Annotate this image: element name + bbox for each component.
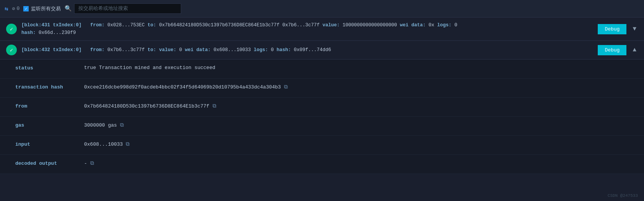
tx1-from-value: 0x028...753EC — [107, 23, 148, 28]
tx1-wei: wei — [400, 23, 409, 28]
decoded-output-label: decoded output — [15, 160, 76, 166]
detail-row-status: status true Transaction mined and execut… — [0, 59, 644, 79]
tx1-value: 1000000000000000000 — [342, 23, 400, 28]
tx2-from-label: from: — [90, 47, 105, 53]
toolbar-badge: ⊘ 0 — [12, 6, 20, 12]
expand-icon-1[interactable]: ▼ — [631, 26, 638, 32]
detail-row-input: input 0x608...10033 ⧉ — [0, 136, 644, 155]
tx-row-1: ✓ [block:431 txIndex:0] from: 0x028...75… — [0, 18, 644, 41]
debug-button-2[interactable]: Debug — [598, 45, 626, 55]
expand-icon-2[interactable]: ▲ — [631, 47, 638, 53]
copy-gas-icon[interactable]: ⧉ — [120, 122, 124, 128]
status-value: true Transaction mined and execution suc… — [84, 65, 636, 71]
gas-label: gas — [15, 122, 76, 128]
detail-section: status true Transaction mined and execut… — [0, 59, 644, 174]
input-detail-value: 0x608...10033 ⧉ — [84, 141, 636, 147]
tx1-data-value: 0x — [428, 23, 434, 28]
tx1-logs-value: 0 — [454, 23, 457, 28]
tx-row-2: ✓ [block:432 txIndex:0] from: 0x7b6...3c… — [0, 41, 644, 59]
tx2-to-label: to: — [148, 47, 156, 53]
detail-row-decoded-output: decoded output - ⧉ — [0, 155, 644, 174]
toggle-icon[interactable]: ⇆ — [5, 5, 8, 13]
tx1-logs-label: logs: — [437, 23, 454, 28]
detail-row-from: from 0x7b664824180D530c1397b6736D8EC864E… — [0, 98, 644, 117]
tx-count: 0 — [16, 6, 19, 11]
watermark: CSDN @247533 — [608, 193, 638, 198]
tx1-hash-label: hash: — [21, 30, 36, 35]
tx2-hash-label: hash: — [277, 47, 291, 53]
tx-hash-detail-value: 0xcee216dcbe998d92f0acdeb4bbc02f34f5d640… — [84, 84, 636, 90]
search-area: 🔍 — [65, 3, 639, 14]
tx1-to-label: to: — [148, 23, 156, 28]
tx-info-2: [block:432 txIndex:0] from: 0x7b6...3c77… — [21, 46, 593, 54]
tx2-from-value: 0x7b6...3c77f — [107, 47, 148, 53]
tx1-from-label: from: — [90, 23, 105, 28]
debug-button-1[interactable]: Debug — [598, 24, 626, 34]
success-icon-1: ✓ — [6, 24, 17, 34]
tx2-logs-value: 0 — [271, 47, 274, 53]
tx-line-1-top: [block:431 txIndex:0] from: 0x028...753E… — [21, 21, 593, 29]
gas-detail-value: 3000000 gas ⧉ — [84, 122, 636, 128]
tx-info-1: [block:431 txIndex:0] from: 0x028...753E… — [21, 21, 593, 37]
success-icon-2: ✓ — [6, 45, 17, 55]
tx1-block: [block:431 txIndex:0] — [21, 23, 82, 28]
tx2-block: [block:432 txIndex:0] — [21, 47, 82, 53]
copy-input-icon[interactable]: ⧉ — [126, 141, 130, 147]
tx2-value-label: value: — [159, 47, 176, 53]
toolbar: ⇆ ⊘ 0 ✓ 监听所有交易 🔍 — [0, 0, 644, 18]
checkbox-label: 监听所有交易 — [31, 5, 61, 12]
tx1-to-value: 0x7b664824180D530c1397b6736D8EC864E1b3c7… — [159, 23, 323, 28]
transactions-container: ✓ [block:431 txIndex:0] from: 0x028...75… — [0, 18, 644, 174]
tx-line-1-bottom: hash: 0x66d...230f9 — [21, 29, 593, 37]
tx2-data-value: 0x608...10033 — [214, 47, 251, 53]
tx2-wei: wei — [185, 47, 194, 53]
from-detail-value: 0x7b664824180D530c1397b6736D8EC864E1b3c7… — [84, 103, 636, 109]
tx-hash-label: transaction hash — [15, 84, 76, 90]
tx-line-2-top: [block:432 txIndex:0] from: 0x7b6...3c77… — [21, 46, 593, 54]
tx1-data-label: data: — [411, 23, 428, 28]
tx2-hash-value: 0x09f...74dd6 — [294, 47, 331, 53]
detail-row-gas: gas 3000000 gas ⧉ — [0, 117, 644, 136]
input-label: input — [15, 141, 76, 147]
ban-icon[interactable]: ⊘ — [12, 6, 15, 12]
search-icon: 🔍 — [65, 5, 72, 12]
listen-all-checkbox[interactable]: ✓ 监听所有交易 — [23, 5, 61, 12]
status-label: status — [15, 65, 76, 71]
from-label: from — [15, 103, 76, 109]
search-input[interactable] — [74, 3, 181, 14]
decoded-output-value: - ⧉ — [84, 160, 636, 166]
tx1-hash-value: 0x66d...230f9 — [39, 30, 76, 35]
tx2-value: 0 — [179, 47, 185, 53]
tx1-value-label: value: — [323, 23, 340, 28]
copy-from-icon[interactable]: ⧉ — [213, 103, 216, 109]
copy-decoded-icon[interactable]: ⧉ — [90, 160, 94, 166]
tx2-logs-label: logs: — [254, 47, 271, 53]
checkbox-box[interactable]: ✓ — [23, 6, 29, 11]
tx2-data-label: data: — [196, 47, 214, 53]
copy-tx-hash-icon[interactable]: ⧉ — [284, 84, 288, 90]
detail-row-tx-hash: transaction hash 0xcee216dcbe998d92f0acd… — [0, 79, 644, 98]
